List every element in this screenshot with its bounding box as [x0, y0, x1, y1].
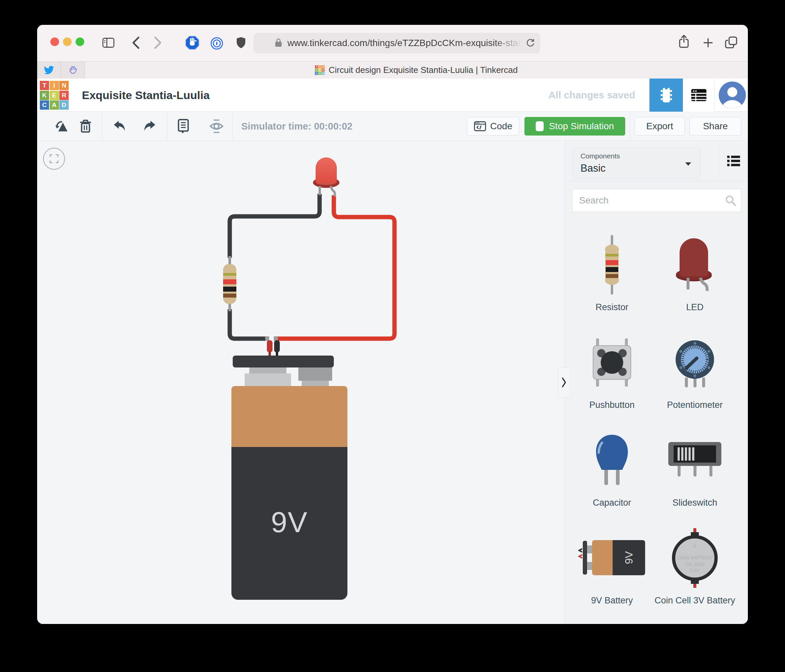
component-search	[572, 189, 741, 212]
battery-voltage-label: 9V	[271, 505, 308, 600]
capacitor-icon	[587, 428, 637, 493]
table-icon	[690, 88, 707, 103]
chevron-down-icon	[685, 162, 692, 168]
circuit-view-button[interactable]	[649, 78, 683, 112]
component-item-slideswitch[interactable]: Slideswitch	[654, 428, 736, 509]
svg-text:3.0V: 3.0V	[690, 567, 700, 573]
password-manager-extension-icon[interactable]	[210, 37, 224, 50]
user-avatar[interactable]	[719, 81, 746, 109]
visibility-icon[interactable]	[208, 118, 224, 134]
component-list-view-button[interactable]	[683, 78, 715, 112]
browser-toolbar: www.tinkercad.com/things/eTZZBpDcCKm-exq…	[37, 25, 748, 61]
twitter-icon	[44, 66, 55, 75]
component-item-coin-cell[interactable]: + COIN BATTERY CR 2032 3.0V Coin Cell 3V…	[654, 525, 736, 607]
minimize-button[interactable]	[63, 38, 72, 46]
simulation-toolbar: Simulator time: 00:00:02 Code Stop Simul…	[37, 112, 748, 141]
reload-icon[interactable]	[525, 38, 536, 48]
new-tab-icon[interactable]	[702, 37, 714, 49]
delete-icon[interactable]	[78, 118, 94, 134]
chip-icon	[659, 86, 674, 104]
address-bar[interactable]: www.tinkercad.com/things/eTZZBpDcCKm-exq…	[253, 33, 540, 53]
toolbar-separator	[232, 112, 233, 141]
battery-terminal	[249, 367, 286, 374]
negative-lead-plug	[274, 340, 280, 352]
fullscreen-button[interactable]	[76, 38, 84, 46]
panel-header-separator	[718, 141, 719, 181]
battery-body: 9V	[231, 386, 347, 600]
tab-overview-icon[interactable]	[724, 36, 738, 49]
notes-icon[interactable]	[175, 118, 191, 134]
resistor-lead	[228, 256, 231, 265]
search-input[interactable]	[572, 189, 741, 212]
design-title[interactable]: Exquisite Stantia-Luulia	[82, 78, 210, 112]
component-item-capacitor[interactable]: Capacitor	[571, 428, 654, 509]
svg-text:9V: 9V	[623, 551, 635, 564]
desktop-background: www.tinkercad.com/things/eTZZBpDcCKm-exq…	[0, 0, 785, 672]
positive-lead-plug	[267, 340, 272, 352]
tinkercad-header: TIN KER CAD Exquisite Stantia-Luulia All…	[37, 78, 748, 112]
black-wire[interactable]	[230, 194, 320, 258]
resistor-body	[223, 264, 236, 304]
resistor-band	[223, 279, 236, 284]
component-item-pushbutton[interactable]: Pushbutton	[571, 330, 654, 412]
stop-icon	[536, 121, 544, 131]
components-dropdown[interactable]: Components Basic	[572, 147, 701, 179]
components-dropdown-value: Basic	[580, 163, 606, 174]
rotate-icon[interactable]	[54, 118, 70, 134]
undo-icon[interactable]	[111, 118, 127, 134]
search-icon	[725, 194, 737, 208]
chevron-right-icon	[561, 377, 566, 388]
main-area: 9V Components Basic	[37, 141, 748, 624]
active-tab[interactable]: TIN KER CAD Circuit design Exquisite Sta…	[85, 62, 748, 78]
battery-terminal	[302, 381, 329, 386]
share-icon[interactable]	[677, 34, 690, 49]
list-view-button[interactable]	[724, 151, 744, 171]
hand-logo-icon	[67, 65, 78, 76]
svg-text:+: +	[692, 541, 697, 551]
content-blocker-extension-icon[interactable]	[185, 36, 200, 50]
share-button[interactable]: Share	[690, 117, 741, 136]
panel-collapse-handle[interactable]	[558, 367, 569, 398]
components-panel: Components Basic	[565, 141, 748, 624]
tinkercad-logo[interactable]: TIN KER CAD	[40, 81, 69, 110]
resistor-band	[223, 294, 236, 298]
save-status: All changes saved	[548, 78, 635, 112]
potentiometer-icon	[670, 330, 720, 395]
component-item-9v-battery[interactable]: 9V 9V Battery	[571, 525, 654, 607]
list-icon	[726, 155, 741, 167]
shield-extension-icon[interactable]	[235, 36, 247, 49]
back-button-icon[interactable]	[131, 36, 140, 49]
pinned-tab-hand-app[interactable]	[61, 62, 85, 78]
redo-icon[interactable]	[142, 118, 158, 134]
led-anode-leg	[329, 185, 339, 198]
toolbar-separator	[167, 112, 167, 141]
resistor-band	[223, 287, 236, 292]
tab-title: Circuit design Exquisite Stantia-Luulia …	[328, 65, 518, 75]
battery-terminal	[245, 374, 291, 386]
svg-text:COIN BATTERY: COIN BATTERY	[677, 555, 713, 560]
sidebar-toggle-icon[interactable]	[102, 37, 115, 48]
pushbutton-icon	[587, 330, 637, 395]
toolbar-separator	[630, 112, 630, 141]
stop-simulation-button[interactable]: Stop Simulation	[524, 117, 625, 136]
black-wire[interactable]	[230, 309, 267, 339]
code-button[interactable]: Code	[467, 117, 519, 136]
person-icon	[719, 83, 746, 109]
pinned-tab-twitter[interactable]	[37, 62, 61, 78]
resistor-icon	[602, 232, 622, 297]
panel-header: Components Basic	[565, 141, 748, 181]
battery-terminal	[299, 367, 332, 381]
component-item-potentiometer[interactable]: Potentiometer	[654, 330, 736, 412]
component-item-resistor[interactable]: Resistor	[571, 232, 654, 314]
url-text: www.tinkercad.com/things/eTZZBpDcCKm-exq…	[288, 38, 522, 48]
export-button[interactable]: Export	[635, 117, 685, 136]
circuit-canvas[interactable]: 9V	[37, 141, 565, 624]
svg-text:CR 2032: CR 2032	[685, 561, 704, 567]
code-icon	[474, 120, 486, 132]
tab-bar: TIN KER CAD Circuit design Exquisite Sta…	[37, 61, 748, 78]
battery-cap	[233, 356, 334, 367]
forward-button-icon[interactable]	[154, 36, 163, 49]
led-icon	[670, 232, 720, 297]
component-item-led[interactable]: LED	[654, 232, 736, 314]
close-button[interactable]	[50, 38, 59, 46]
